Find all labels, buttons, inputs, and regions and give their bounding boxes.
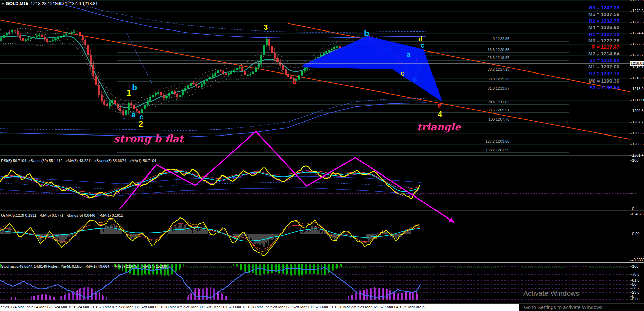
- rsi-indicator-label: RSI(5) 56.7104 ->Bands(89) 55.1412 =>MA(…: [1, 159, 156, 163]
- annotation-strong-b-flat: strong b flat: [114, 133, 183, 145]
- activate-windows-watermark: Activate Windows: [523, 289, 579, 297]
- activate-windows-subtext: Go to Settings to activate Windows.: [524, 304, 604, 310]
- annotation-triangle: triangle: [417, 121, 461, 133]
- symbol-title: GOLD,M15: [6, 1, 28, 6]
- osma-indicator-label: OsMA(5,12,3) 0.1911 ->MA(5) 0.0771 ->Ban…: [1, 213, 123, 217]
- symbol-dropdown-icon[interactable]: ▼: [1, 2, 4, 6]
- fisher-indicator-label: Stochastic 49.6644 14.8149 Fisher_Yur4ik…: [1, 264, 167, 268]
- mt4-chart-window[interactable]: ▼GOLD,M15 1218.28 1218.99 1218.10 1218.8…: [0, 0, 644, 311]
- current-price-box: 1218.81: [630, 61, 644, 66]
- time-axis[interactable]: [0, 304, 519, 311]
- ohlc-values: 1218.28 1218.99 1218.10 1218.81: [31, 1, 98, 6]
- chart-header: ▼GOLD,M15 1218.28 1218.99 1218.10 1218.8…: [1, 1, 98, 6]
